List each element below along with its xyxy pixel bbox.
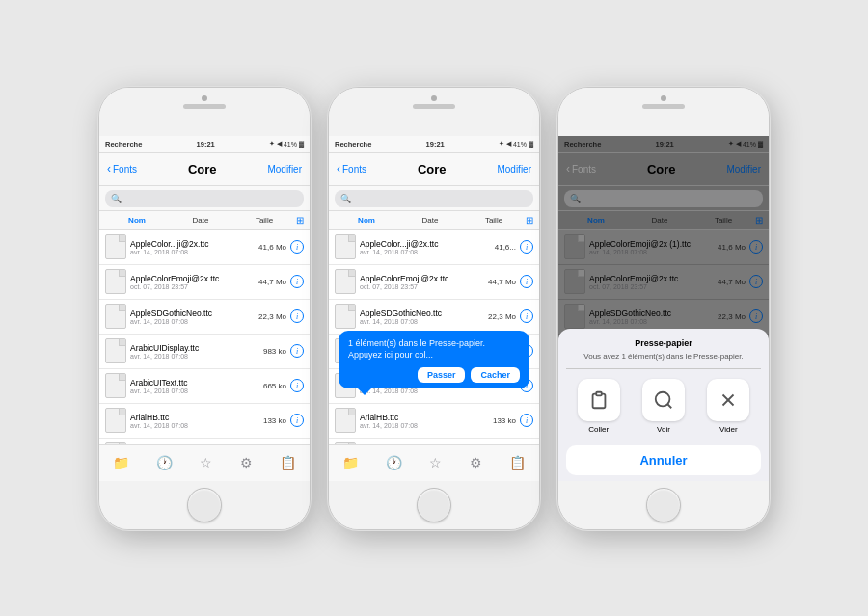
annuler-button[interactable]: Annuler — [566, 445, 761, 475]
tab-recent-2[interactable]: 🕐 — [386, 455, 402, 470]
camera-1 — [202, 95, 207, 101]
file-item-2-3[interactable]: AppleSDGothicNeo.ttc avr. 14, 2018 07:08… — [329, 300, 539, 335]
action-sheet-subtitle: Vous avez 1 élément(s) dans le Presse-pa… — [566, 352, 761, 369]
search-box-1[interactable]: 🔍 — [105, 190, 304, 207]
file-date-2-3: avr. 14, 2018 07:08 — [360, 318, 481, 325]
speaker-2 — [413, 104, 455, 109]
info-btn-1-4[interactable]: i — [290, 344, 304, 358]
search-box-2[interactable]: 🔍 — [335, 190, 533, 207]
file-info-2-6: ArialHB.ttc avr. 14, 2018 07:08 — [360, 413, 481, 429]
file-name-1-5: ArabicUIText.ttc — [130, 378, 252, 388]
file-icon-1-3 — [105, 304, 126, 329]
tab-settings-1[interactable]: ⚙ — [240, 455, 253, 470]
file-item-1-6[interactable]: ArialHB.ttc avr. 14, 2018 07:08 133 ko i — [99, 404, 310, 439]
tooltip-buttons: Passer Cacher — [348, 367, 520, 383]
info-btn-1-3[interactable]: i — [290, 309, 304, 323]
col-taille-1[interactable]: Taille — [232, 216, 296, 225]
cacher-button[interactable]: Cacher — [471, 367, 520, 383]
file-item-2-1[interactable]: AppleColor...ji@2x.ttc avr. 14, 2018 07:… — [329, 230, 539, 265]
col-grid-1[interactable]: ⊞ — [296, 215, 304, 226]
home-button-3[interactable] — [646, 488, 681, 522]
file-info-2-3: AppleSDGothicNeo.ttc avr. 14, 2018 07:08 — [360, 308, 481, 325]
file-icon-2-6 — [335, 408, 356, 433]
nav-title-2: Core — [418, 162, 447, 176]
file-name-2-2: AppleColorEmoji@2x.ttc — [360, 274, 481, 283]
col-nom-1[interactable]: Nom — [105, 216, 169, 225]
nav-bar-1: ‹ Fonts Core Modifier — [99, 153, 310, 186]
file-item-1-5[interactable]: ArabicUIText.ttc avr. 14, 2018 07:08 665… — [99, 369, 310, 404]
file-name-1-4: ArabicUIDisplay.ttc — [130, 343, 252, 353]
file-item-1-4[interactable]: ArabicUIDisplay.ttc avr. 14, 2018 07:08 … — [99, 335, 310, 369]
tab-files-1[interactable]: 📁 — [113, 455, 129, 470]
file-icon-1-6 — [105, 408, 126, 433]
time-1: 19:21 — [197, 140, 215, 148]
tab-extra-1[interactable]: 📋 — [280, 455, 296, 470]
nav-action-1[interactable]: Modifier — [267, 164, 302, 174]
battery-1: ✦ ◀ 41% ▓ — [269, 140, 304, 147]
phone-3: Recherche 19:21 ✦ ◀ 41% ▓ ‹ Fonts Core M… — [557, 87, 770, 530]
back-label-1: Fonts — [113, 164, 137, 174]
file-icon-2-3 — [335, 304, 356, 329]
vider-action[interactable]: Vider — [707, 379, 749, 434]
battery-2: ✦ ◀ 41% ▓ — [499, 140, 533, 147]
info-btn-2-6[interactable]: i — [520, 414, 533, 427]
passer-button[interactable]: Passer — [418, 367, 466, 383]
action-sheet: Presse-papier Vous avez 1 élément(s) dan… — [558, 329, 769, 481]
file-size-1-1: 41,6 Mo — [256, 243, 286, 252]
col-date-2[interactable]: Date — [398, 216, 462, 225]
nav-action-2[interactable]: Modifier — [497, 164, 531, 174]
info-btn-2-1[interactable]: i — [520, 240, 533, 254]
col-nom-2[interactable]: Nom — [335, 216, 398, 225]
info-btn-1-5[interactable]: i — [290, 379, 304, 392]
action-sheet-title: Presse-papier — [566, 329, 761, 352]
file-item-1-2[interactable]: AppleColorEmoji@2x.ttc oct. 07, 2018 23:… — [99, 265, 310, 300]
file-list-1: AppleColor...ji@2x.ttc avr. 14, 2018 07:… — [99, 230, 310, 444]
tab-extra-2[interactable]: 📋 — [509, 455, 526, 470]
back-button-2[interactable]: ‹ Fonts — [337, 162, 366, 175]
file-name-1-2: AppleColorEmoji@2x.ttc — [130, 274, 252, 283]
file-icon-1-2 — [105, 269, 126, 294]
file-size-2-3: 22,3 Mo — [485, 312, 516, 321]
camera-2 — [431, 95, 437, 101]
tab-files-2[interactable]: 📁 — [342, 455, 359, 470]
side-button-2 — [539, 165, 540, 192]
coller-action[interactable]: Coller — [578, 379, 620, 434]
tab-bar-1: 📁 🕐 ☆ ⚙ 📋 — [99, 444, 310, 481]
file-item-1-1[interactable]: AppleColor...ji@2x.ttc avr. 14, 2018 07:… — [99, 230, 310, 265]
tab-fav-1[interactable]: ☆ — [200, 455, 212, 470]
info-btn-2-2[interactable]: i — [520, 275, 533, 288]
phone-1: Recherche 19:21 ✦ ◀ 41% ▓ ‹ Fonts Core M… — [98, 87, 311, 530]
voir-action[interactable]: Voir — [642, 379, 685, 434]
file-date-2-5: avr. 14, 2018 07:08 — [360, 388, 481, 394]
tab-settings-2[interactable]: ⚙ — [470, 455, 482, 470]
tab-recent-1[interactable]: 🕐 — [156, 455, 173, 470]
file-icon-1-4 — [105, 338, 126, 363]
file-list-2: AppleColor...ji@2x.ttc avr. 14, 2018 07:… — [329, 230, 539, 444]
phone-2-top — [329, 88, 539, 136]
info-btn-1-1[interactable]: i — [290, 240, 304, 254]
file-name-1-1: AppleColor...ji@2x.ttc — [130, 239, 252, 249]
file-item-1-3[interactable]: AppleSDGothicNeo.ttc avr. 14, 2018 07:08… — [99, 300, 310, 335]
tooltip-text: 1 élément(s) dans le Presse-papier. Appu… — [348, 338, 520, 361]
side-button-1 — [310, 165, 311, 192]
file-size-1-4: 983 ko — [256, 347, 286, 356]
speaker-1 — [183, 104, 226, 109]
tab-bar-2: 📁 🕐 ☆ ⚙ 📋 — [329, 444, 539, 481]
back-button-1[interactable]: ‹ Fonts — [107, 162, 137, 175]
coller-icon — [578, 379, 620, 421]
info-btn-1-6[interactable]: i — [290, 414, 304, 427]
info-btn-1-2[interactable]: i — [290, 275, 304, 288]
file-item-2-7[interactable]: Avenir.ttc avr. 14, 2018 07:08 762 ko i — [329, 439, 539, 444]
file-size-2-2: 44,7 Mo — [485, 278, 516, 286]
search-icon-2: 🔍 — [340, 194, 351, 203]
file-item-2-6[interactable]: ArialHB.ttc avr. 14, 2018 07:08 133 ko i — [329, 404, 539, 439]
tab-fav-2[interactable]: ☆ — [429, 455, 442, 470]
home-button-1[interactable] — [187, 488, 222, 522]
file-item-2-2[interactable]: AppleColorEmoji@2x.ttc oct. 07, 2018 23:… — [329, 265, 539, 300]
col-grid-2[interactable]: ⊞ — [526, 215, 533, 226]
col-taille-2[interactable]: Taille — [462, 216, 526, 225]
home-button-2[interactable] — [417, 488, 451, 522]
search-icon-1: 🔍 — [111, 194, 122, 203]
col-date-1[interactable]: Date — [169, 216, 232, 225]
info-btn-2-3[interactable]: i — [520, 309, 533, 323]
